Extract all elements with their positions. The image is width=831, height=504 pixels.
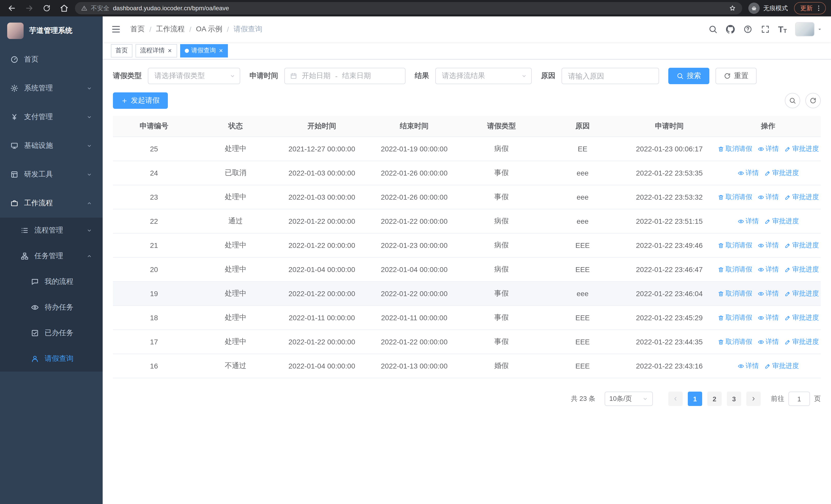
sidebar-item-task-mgmt[interactable]: 任务管理 [0, 243, 103, 269]
browser-home-button[interactable] [57, 2, 71, 15]
sidebar-item-home[interactable]: 首页 [0, 45, 103, 74]
github-icon[interactable] [726, 25, 735, 34]
action-cancel[interactable]: 取消请假 [717, 241, 752, 250]
leave-type-select[interactable]: 请选择请假类型 [148, 68, 240, 84]
sidebar-item-leave-query[interactable]: 请假查询 [0, 346, 103, 372]
cell-leave-type: 病假 [461, 137, 542, 161]
fullscreen-icon[interactable] [761, 25, 770, 34]
cell-leave-type: 事假 [461, 306, 542, 329]
result-select[interactable]: 请选择流结果 [435, 68, 532, 84]
browser-reload-button[interactable] [40, 2, 53, 15]
action-detail[interactable]: 详情 [757, 144, 779, 153]
action-detail[interactable]: 详情 [757, 337, 779, 347]
column-header: 原因 [542, 116, 623, 137]
column-header: 结束时间 [368, 116, 461, 137]
briefcase-icon [10, 199, 19, 207]
cell-status: 通过 [195, 209, 276, 233]
action-cancel[interactable]: 取消请假 [717, 289, 752, 298]
create-leave-button[interactable]: 发起请假 [113, 92, 168, 109]
sidebar-item-workflow[interactable]: 工作流程 [0, 189, 103, 217]
sidebar-item-infrastructure[interactable]: 基础设施 [0, 131, 103, 160]
action-cancel[interactable]: 取消请假 [717, 337, 752, 347]
browser-menu-icon[interactable] [815, 5, 822, 12]
table-refresh-button[interactable] [805, 93, 821, 108]
table-row: 19 处理中 2022-01-22 00:00:00 2022-01-22 00… [113, 282, 821, 306]
bookmark-star-icon[interactable] [729, 5, 736, 12]
reason-input[interactable] [562, 68, 659, 84]
page-button-2[interactable]: 2 [707, 392, 722, 406]
search-icon[interactable] [708, 25, 718, 34]
page-size-select[interactable]: 10条/页 [605, 392, 653, 406]
cell-end-time: 2022-01-26 00:00:00 [368, 185, 461, 209]
sidebar-item-process-mgmt[interactable]: 流程管理 [0, 217, 103, 243]
close-icon[interactable]: × [219, 47, 223, 54]
cell-end-time: 2022-01-22 00:00:00 [368, 330, 461, 354]
sidebar-item-my-process[interactable]: 我的流程 [0, 269, 103, 295]
action-progress[interactable]: 审批进度 [764, 361, 799, 370]
action-detail[interactable]: 详情 [757, 192, 779, 202]
action-progress[interactable]: 审批进度 [784, 313, 819, 322]
action-cancel[interactable]: 取消请假 [717, 313, 752, 322]
close-icon[interactable]: × [167, 47, 172, 54]
table-row: 25 处理中 2021-12-27 00:00:00 2022-01-19 00… [113, 137, 821, 161]
action-detail[interactable]: 详情 [737, 168, 759, 178]
action-detail[interactable]: 详情 [757, 265, 779, 274]
breadcrumb-item[interactable]: 工作流程 [156, 25, 185, 34]
page-button-3[interactable]: 3 [727, 392, 741, 406]
action-detail[interactable]: 详情 [737, 361, 759, 370]
hamburger-icon[interactable] [111, 24, 121, 34]
action-progress[interactable]: 审批进度 [784, 337, 819, 347]
action-progress[interactable]: 审批进度 [764, 216, 799, 226]
sidebar-item-done-tasks[interactable]: 已办任务 [0, 320, 103, 346]
page-button-1[interactable]: 1 [688, 392, 702, 406]
font-size-icon[interactable]: TT [778, 25, 787, 34]
next-page-button[interactable] [746, 392, 761, 406]
breadcrumb-separator: / [149, 25, 151, 33]
cell-id: 16 [113, 354, 195, 378]
action-cancel[interactable]: 取消请假 [717, 144, 752, 153]
flow-icon [21, 252, 29, 260]
cell-id: 21 [113, 234, 195, 257]
help-icon[interactable] [743, 25, 752, 34]
sidebar-item-label: 系统管理 [24, 84, 53, 93]
sidebar-item-payment-mgmt[interactable]: 支付管理 [0, 102, 103, 131]
action-progress[interactable]: 审批进度 [784, 192, 819, 202]
action-detail[interactable]: 详情 [757, 289, 779, 298]
date-range-picker[interactable]: 开始日期 - 结束日期 [284, 68, 405, 84]
action-label: 取消请假 [725, 289, 752, 298]
tab-leave-query[interactable]: 请假查询 × [180, 44, 228, 57]
action-progress[interactable]: 审批进度 [784, 289, 819, 298]
action-cancel[interactable]: 取消请假 [717, 265, 752, 274]
browser-back-button[interactable] [5, 2, 19, 15]
breadcrumb-item[interactable]: 首页 [131, 25, 145, 34]
action-progress[interactable]: 审批进度 [764, 168, 799, 178]
browser-forward-button[interactable] [23, 2, 36, 15]
action-progress[interactable]: 审批进度 [784, 144, 819, 153]
cell-start-time: 2022-01-03 00:00:00 [276, 161, 368, 185]
action-progress[interactable]: 审批进度 [784, 241, 819, 250]
address-bar[interactable]: 不安全 dashboard.yudao.iocoder.cn/bpm/oa/le… [75, 2, 742, 14]
action-cancel[interactable]: 取消请假 [717, 192, 752, 202]
action-detail[interactable]: 详情 [757, 241, 779, 250]
action-progress[interactable]: 审批进度 [784, 265, 819, 274]
app-logo[interactable]: 芋道管理系统 [0, 17, 103, 45]
pagination-total: 共 23 条 [571, 394, 595, 404]
prev-page-button[interactable] [668, 392, 683, 406]
breadcrumb-item[interactable]: OA 示例 [196, 25, 223, 34]
tab-process-detail[interactable]: 流程详情 × [136, 44, 177, 57]
toggle-search-button[interactable] [785, 93, 800, 108]
user-menu[interactable] [795, 22, 823, 36]
cell-start-time: 2022-01-22 00:00:00 [276, 282, 368, 305]
sidebar-item-system-mgmt[interactable]: 系统管理 [0, 74, 103, 102]
cell-end-time: 2022-01-22 00:00:00 [368, 209, 461, 233]
tab-home[interactable]: 首页 [111, 44, 133, 57]
sidebar-item-dev-tools[interactable]: 研发工具 [0, 160, 103, 189]
cell-end-time: 2022-01-19 00:00:00 [368, 137, 461, 161]
search-button[interactable]: 搜索 [668, 68, 709, 84]
action-detail[interactable]: 详情 [757, 313, 779, 322]
reset-button[interactable]: 重置 [716, 68, 756, 84]
action-detail[interactable]: 详情 [737, 216, 759, 226]
browser-update-button[interactable]: 更新 [794, 2, 826, 14]
goto-page-input[interactable] [789, 392, 810, 406]
sidebar-item-todo-tasks[interactable]: 待办任务 [0, 295, 103, 320]
